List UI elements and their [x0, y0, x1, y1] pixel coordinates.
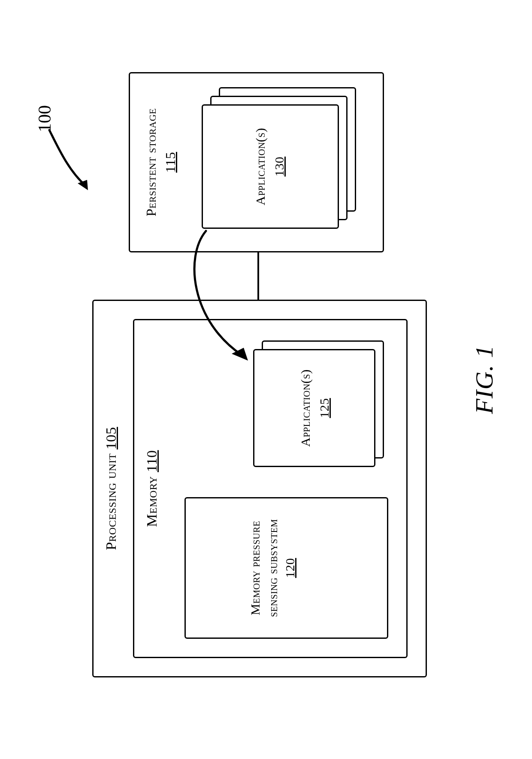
memory-pressure-label: Memory pressure sensing subsystem 120 — [247, 497, 299, 639]
figure-caption: FIG. 1 — [470, 0, 499, 759]
processing-unit-label: Processing unit 105 — [103, 300, 119, 677]
svg-marker-0 — [78, 180, 88, 190]
memory-label: Memory 110 — [144, 319, 160, 658]
persistent-storage-label: Persistent storage 115 — [142, 72, 180, 252]
apps-storage-label: Application(s) 130 — [251, 104, 288, 229]
load-arrow-icon — [180, 218, 257, 373]
figure-number-arrow-icon — [45, 126, 92, 194]
diagram-canvas: 100 Processing unit 105 Memory 110 Memor… — [0, 0, 532, 759]
apps-memory-label: Application(s) 125 — [296, 349, 333, 467]
